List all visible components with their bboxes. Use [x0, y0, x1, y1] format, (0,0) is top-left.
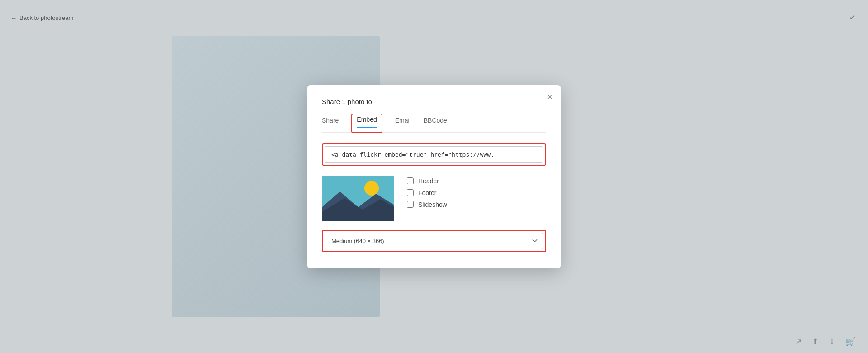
embed-code-input[interactable] — [325, 146, 543, 163]
preview-options-row: Header Footer Slideshow — [322, 176, 546, 221]
modal-backdrop: Share 1 photo to: × Share Embed Email BB… — [0, 0, 868, 353]
tab-share[interactable]: Share — [322, 114, 339, 132]
size-dropdown[interactable]: Small (240 × 137) Small 320 (320 × 183) … — [325, 233, 543, 249]
checkbox-header[interactable] — [407, 177, 414, 184]
tab-embed[interactable]: Embed — [357, 116, 377, 128]
checkbox-slideshow[interactable] — [407, 201, 414, 208]
tab-embed-wrapper: Embed — [351, 114, 382, 133]
size-dropdown-wrapper: Small (240 × 137) Small 320 (320 × 183) … — [322, 230, 546, 252]
option-footer[interactable]: Footer — [407, 189, 447, 196]
tab-bar: Share Embed Email BBCode — [322, 114, 546, 133]
checkbox-footer[interactable] — [407, 189, 414, 196]
option-header-label: Header — [418, 177, 439, 185]
option-header[interactable]: Header — [407, 177, 447, 185]
option-slideshow[interactable]: Slideshow — [407, 201, 447, 208]
tab-bbcode[interactable]: BBCode — [424, 114, 447, 132]
tab-email[interactable]: Email — [395, 114, 411, 132]
option-footer-label: Footer — [418, 189, 436, 196]
photo-thumbnail — [322, 176, 394, 221]
share-modal: Share 1 photo to: × Share Embed Email BB… — [307, 85, 561, 268]
option-slideshow-label: Slideshow — [418, 201, 447, 208]
options-list: Header Footer Slideshow — [407, 176, 447, 208]
embed-code-wrapper — [322, 143, 546, 166]
svg-point-1 — [364, 181, 379, 196]
modal-title: Share 1 photo to: — [322, 98, 546, 105]
modal-close-button[interactable]: × — [547, 92, 552, 101]
